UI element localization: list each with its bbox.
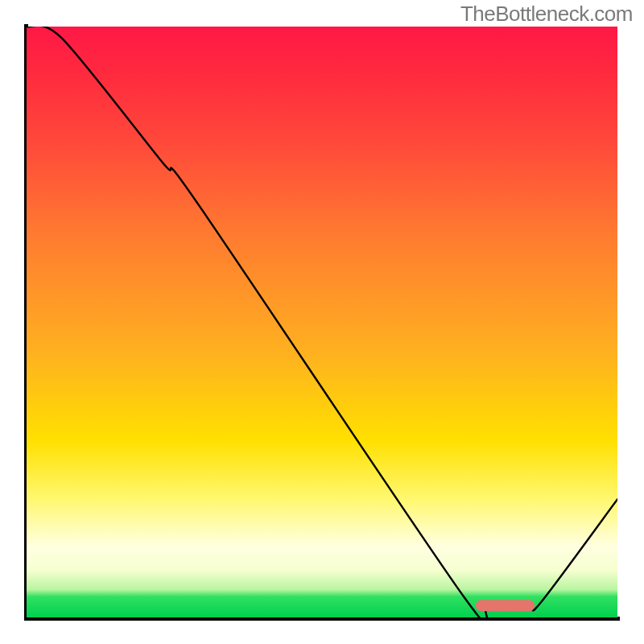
optimal-range-marker: [27, 27, 617, 617]
attribution-watermark: TheBottleneck.com: [460, 2, 633, 27]
plot-area: [27, 27, 617, 617]
svg-rect-0: [476, 600, 535, 611]
chart-container: TheBottleneck.com: [0, 0, 644, 644]
